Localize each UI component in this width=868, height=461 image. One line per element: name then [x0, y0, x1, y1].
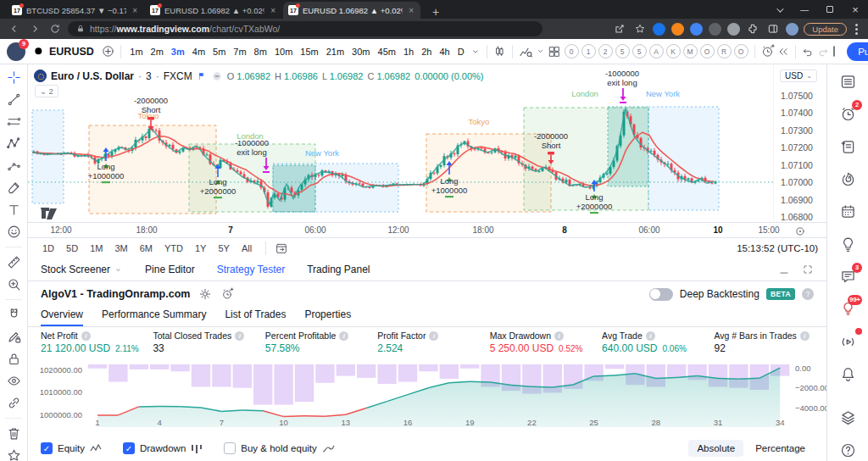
browser-tab-2[interactable]: 17EURUSD 1.06982 ▲ +0.02% AllDa×	[145, 2, 282, 19]
hide-indicator-icon[interactable]	[211, 70, 223, 82]
timeframe-button-5m[interactable]: 5m	[209, 42, 230, 61]
window-close-button[interactable]: ×	[843, 3, 868, 16]
streams-icon[interactable]	[837, 331, 859, 353]
calendar-icon[interactable]	[837, 201, 859, 222]
subtab-properties[interactable]: Properties	[304, 307, 351, 326]
panel-tab-trading-panel[interactable]: Trading Panel	[307, 264, 370, 275]
publish-button[interactable]: Publish	[847, 42, 868, 61]
range-button-1Y[interactable]: 1Y	[190, 242, 211, 255]
exchange-name[interactable]: FXCM	[164, 70, 192, 82]
range-button-6M[interactable]: 6M	[135, 242, 158, 255]
timeframe-chevron-icon[interactable]	[470, 46, 481, 58]
back-icon[interactable]	[7, 21, 22, 36]
timeframe-button-15m[interactable]: 15m	[297, 42, 322, 61]
forward-icon[interactable]	[27, 21, 42, 36]
quick-button-R-9[interactable]: R	[717, 44, 732, 58]
url-bar[interactable]: https://www.tradingview.com/chart/cvTXab…	[68, 21, 542, 36]
text-icon[interactable]	[3, 202, 24, 218]
channel-icon[interactable]	[3, 114, 24, 130]
range-button-YTD[interactable]: YTD	[159, 242, 188, 255]
bell-icon[interactable]	[837, 364, 859, 385]
chart-legend[interactable]: Euro / U.S. Dollar · 3 · FXCM O 1.06982 …	[34, 69, 484, 82]
undo-icon[interactable]	[801, 42, 815, 62]
symbol-search-button[interactable]: EURUSD	[27, 42, 99, 62]
tab-close-icon[interactable]: ×	[131, 6, 139, 15]
extension-icon-3[interactable]	[690, 23, 703, 36]
lock-icon[interactable]	[3, 351, 24, 367]
brush-icon[interactable]	[3, 180, 24, 196]
subtab-list-of-trades[interactable]: List of Trades	[225, 307, 286, 326]
hotlist-icon[interactable]	[837, 169, 859, 190]
flag-icon[interactable]	[197, 71, 207, 81]
panel-minimize-icon[interactable]	[778, 264, 790, 275]
split-screen-icon[interactable]	[765, 21, 781, 36]
timeframe-button-45m[interactable]: 45m	[374, 42, 399, 61]
browser-tab-3[interactable]: 17EURUSD 1.06982 ▲ +0.02% Fore×	[283, 2, 420, 19]
window-maximize-button[interactable]	[817, 5, 843, 14]
equity-curve-chart[interactable]: 1020000.001010000.001000000.000.00−2000.…	[28, 358, 826, 436]
timeframe-button-D[interactable]: D	[453, 42, 468, 61]
info-icon[interactable]: i	[554, 331, 564, 341]
quick-button-A-5[interactable]: A	[649, 44, 664, 58]
info-icon[interactable]: i	[800, 331, 810, 341]
info-icon[interactable]: i	[339, 331, 348, 341]
extension-icon-2[interactable]	[671, 23, 684, 36]
timeframe-button-21m[interactable]: 21m	[322, 42, 348, 61]
browser-menu-kebab-icon[interactable]	[852, 24, 861, 35]
alerts-icon[interactable]: 2	[837, 103, 859, 125]
extensions-puzzle-icon[interactable]	[745, 21, 760, 36]
quick-button-M-7[interactable]: M	[683, 44, 698, 58]
pattern-icon[interactable]	[3, 136, 24, 152]
checkbox-buy-hold-equity[interactable]	[224, 442, 236, 454]
extension-icon-4[interactable]	[709, 23, 721, 36]
update-button[interactable]: Update	[804, 23, 847, 36]
interval-value[interactable]: 3	[146, 70, 152, 82]
range-button-5Y[interactable]: 5Y	[213, 242, 234, 255]
quick-button-O-8[interactable]: O	[700, 44, 715, 58]
quick-button-2-2[interactable]: 2	[598, 44, 613, 58]
series-clock[interactable]: 15:13:52 (UTC-10)	[737, 243, 818, 253]
checkbox-equity[interactable]: ✓	[41, 442, 53, 454]
range-button-3M[interactable]: 3M	[109, 242, 132, 255]
alert-plus-icon[interactable]	[760, 42, 775, 62]
chat-icon[interactable]: 3	[837, 266, 859, 287]
info-icon[interactable]: i	[429, 331, 438, 341]
magnet-icon[interactable]	[3, 307, 24, 323]
window-menu-chevron-icon[interactable]	[766, 5, 792, 14]
extension-icon-5[interactable]	[727, 23, 740, 36]
scroll-to-realtime-icon[interactable]	[793, 225, 807, 238]
info-icon[interactable]: i	[235, 331, 244, 341]
indicators-icon[interactable]	[518, 42, 533, 62]
indicators-chevron-icon[interactable]	[535, 46, 546, 57]
panel-tab-strategy-tester[interactable]: Strategy Tester	[217, 264, 285, 275]
price-axis[interactable]: USD⌄ 1.075001.074001.073001.072001.07100…	[773, 64, 826, 222]
emoji-icon[interactable]	[3, 224, 24, 240]
reload-icon[interactable]	[47, 21, 63, 36]
extension-icon-1[interactable]	[653, 23, 665, 36]
draw-lock-icon[interactable]	[3, 329, 24, 345]
timeframe-button-10m[interactable]: 10m	[270, 42, 296, 61]
price-chart-canvas[interactable]: TokyoLondonNew YorkTokyoLondonNew York-2…	[28, 64, 773, 222]
range-button-1D[interactable]: 1D	[37, 242, 59, 255]
chart-pane[interactable]: TokyoLondonNew YorkTokyoLondonNew York-2…	[28, 64, 773, 222]
timeframe-button-2h[interactable]: 2h	[418, 42, 436, 61]
info-icon[interactable]: i	[81, 331, 91, 341]
redo-icon[interactable]	[816, 42, 830, 62]
range-button-1M[interactable]: 1M	[85, 242, 108, 255]
ruler-icon[interactable]	[3, 254, 24, 270]
strategy-alert-plus-icon[interactable]	[220, 287, 234, 301]
strategy-title[interactable]: AlgoV1 - TradingOnramp.com	[41, 288, 190, 300]
help-icon[interactable]	[837, 440, 859, 461]
timeframe-button-30m[interactable]: 30m	[348, 42, 374, 61]
timeframe-button-4m[interactable]: 4m	[188, 42, 209, 61]
timeframe-button-1h[interactable]: 1h	[399, 42, 417, 61]
range-button-5D[interactable]: 5D	[61, 242, 83, 255]
chart-style-candles-icon[interactable]	[492, 42, 507, 62]
quick-button-K-6[interactable]: K	[666, 44, 681, 58]
timeframe-button-8m[interactable]: 8m	[250, 42, 270, 61]
quick-button-O-10[interactable]: O	[734, 44, 748, 58]
subtab-performance-summary[interactable]: Performance Summary	[102, 307, 206, 326]
browser-tab-1[interactable]: 17BTCUSD 25854.37 ▼ −0.17% AllD×	[7, 2, 144, 19]
timeframe-button-7m[interactable]: 7m	[230, 42, 250, 61]
user-avatar[interactable]: 9	[7, 42, 25, 61]
